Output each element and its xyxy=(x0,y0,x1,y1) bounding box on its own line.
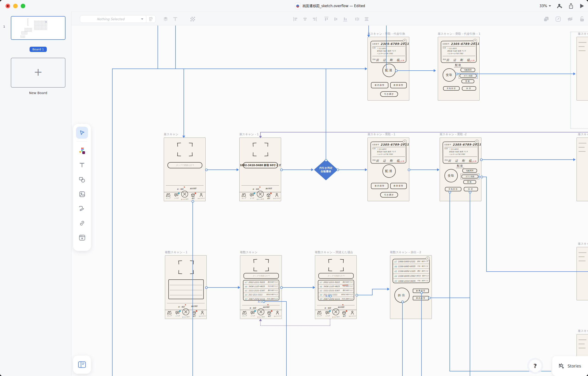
link-highlight-box xyxy=(459,73,478,79)
duplicate-button[interactable] xyxy=(542,15,551,23)
lock-button[interactable] xyxy=(578,15,587,23)
help-button[interactable]: ? xyxy=(529,360,541,372)
board-thumbnail[interactable] xyxy=(11,16,65,40)
selection-dropdown[interactable]: Nothing Selected xyxy=(80,15,156,23)
select-tool[interactable] xyxy=(76,127,88,139)
shapes-tool[interactable] xyxy=(76,174,88,186)
zoom-window-button[interactable] xyxy=(21,4,25,8)
connection-handle[interactable] xyxy=(455,73,458,75)
connection-handle[interactable] xyxy=(449,191,451,193)
screen-frame-receive-cod[interactable]: ✕ 伝票番号2305-6789-2011 住所〒111-0053東京都 中央区 … xyxy=(368,37,409,100)
link-highlight-box xyxy=(461,174,479,179)
minimize-window-button[interactable] xyxy=(13,4,18,8)
slip-no-label: 伝票番号 xyxy=(443,43,450,45)
connection-handle[interactable] xyxy=(325,159,327,162)
tab-map: マップ xyxy=(165,311,173,317)
connection-handle[interactable] xyxy=(280,286,283,289)
link-tool[interactable] xyxy=(76,217,88,229)
close-window-button[interactable] xyxy=(6,4,10,8)
connection-handle[interactable] xyxy=(401,300,404,303)
connection-handle[interactable] xyxy=(480,158,483,161)
connector-tool[interactable] xyxy=(76,203,88,215)
connection-handle[interactable] xyxy=(329,295,332,297)
invite-button[interactable] xyxy=(556,3,563,9)
fit-screen-button[interactable] xyxy=(554,15,563,23)
import-designs-tool[interactable]: Xd xyxy=(76,145,88,157)
checker-icon xyxy=(190,17,195,21)
align-center-h-button[interactable] xyxy=(301,15,309,23)
screen-frame-single-scan-1[interactable]: 1002-3410-9480 新宿 60サイズ 単・撮影 連続撮影 マップ トー… xyxy=(239,138,281,201)
connector-line xyxy=(386,25,387,69)
distribute-h-button[interactable] xyxy=(353,15,361,23)
list-row: 463456-1123-4623中央 60サイズ xyxy=(318,285,354,289)
connection-handle[interactable] xyxy=(262,300,265,303)
board-name-badge[interactable]: Board 1 xyxy=(30,47,47,52)
screen-frame-partial[interactable] xyxy=(577,247,588,300)
connection-handle[interactable] xyxy=(356,294,358,297)
align-right-icon xyxy=(312,16,317,22)
connection-handle[interactable] xyxy=(336,169,339,171)
connection-handle[interactable] xyxy=(469,191,471,193)
see-link[interactable]: 見る xyxy=(258,300,262,303)
unlink-button[interactable] xyxy=(146,17,156,22)
connection-handle[interactable] xyxy=(191,200,194,203)
connection-handle[interactable] xyxy=(481,176,483,178)
play-button[interactable] xyxy=(579,3,584,9)
widget-tool[interactable] xyxy=(76,232,88,243)
cod-tag: 代金引換 xyxy=(397,59,405,62)
align-middle-v-button[interactable] xyxy=(332,15,340,23)
distribute-v-button[interactable] xyxy=(362,15,371,23)
fill-pattern-button[interactable] xyxy=(188,15,197,23)
stories-button[interactable]: Stories xyxy=(552,356,588,376)
connection-handle[interactable] xyxy=(205,169,208,171)
frame-label: 単スキャン - 受取 -2 xyxy=(440,133,467,136)
tool-palette: Xd xyxy=(73,124,91,251)
share-button[interactable] xyxy=(568,3,574,9)
align-bottom-button[interactable] xyxy=(341,15,349,23)
image-icon xyxy=(79,191,85,197)
refuse-button: 受取拒否 xyxy=(443,86,460,91)
screen-frame-multi-scan-mistake[interactable]: タップで直接入力 ✎ 472022-2211-0222新宿 60サイズ 4634… xyxy=(315,255,357,319)
slip-row: 伝票番号2305-6789-2011 xyxy=(372,41,405,46)
screen-frame-receive-2[interactable]: ✕ 伝票番号2305-6789-2011 住所〒111-0053東京都 中央区 … xyxy=(440,138,482,201)
mode-cont-label: 連続撮影 xyxy=(265,187,272,190)
screen-frame-multi-carryout-2[interactable]: ✕ 471000-5003-2121新宿60サイズ 461100-0065-00… xyxy=(390,255,432,319)
layers-button[interactable] xyxy=(161,15,170,23)
align-right-button[interactable] xyxy=(310,15,319,23)
text-tool[interactable] xyxy=(76,159,88,171)
align-top-button[interactable] xyxy=(322,15,331,23)
connector-line xyxy=(396,70,435,71)
frame-label: 単スキャ xyxy=(578,133,588,136)
screen-frame-partial[interactable] xyxy=(577,138,588,201)
screen-frame-receive-1[interactable]: ✕ 伝票番号2305-6789-2011 住所〒111-0053東京都 中央区 … xyxy=(368,138,409,201)
screen-frame-partial[interactable] xyxy=(577,37,588,100)
text-style-button[interactable] xyxy=(171,15,180,23)
handover-button: 引き継ぎ xyxy=(380,192,398,198)
connection-handle[interactable] xyxy=(205,286,208,289)
connection-handle[interactable] xyxy=(408,169,410,171)
zoom-control[interactable]: 33% xyxy=(540,4,551,8)
hide-button[interactable] xyxy=(566,15,575,23)
car-storage-button: 車内保管 xyxy=(413,296,429,300)
slip-address: 〒111-0053東京都 中央区 銀座 7-1-5ベルサール中央 3302 xyxy=(449,147,468,157)
connection-handle[interactable] xyxy=(280,169,283,171)
new-board-button[interactable]: + xyxy=(11,58,65,88)
arrowhead xyxy=(437,168,439,171)
connection-handle[interactable] xyxy=(428,297,431,299)
deliver-circle: 配達 xyxy=(382,64,396,77)
align-left-button[interactable] xyxy=(292,15,300,23)
connection-handle[interactable] xyxy=(395,69,398,72)
tab-map: マップ xyxy=(240,193,248,199)
drop-option: 置配 xyxy=(463,180,476,184)
receive-circle: 受取 xyxy=(442,68,456,82)
image-tool[interactable] xyxy=(76,188,88,200)
boards-panel-toggle[interactable] xyxy=(73,355,91,374)
screen-frame-multi-scan[interactable]: タップで直接入力 ✎ 472022-2211-0222新宿 60サイズ 4634… xyxy=(240,255,282,319)
screen-frame-multi-scan-1[interactable]: 単・撮影 連続撮影 マップ トーク キャンセル 履歴 マイページ xyxy=(165,255,207,319)
slip-addr-label: 住所 xyxy=(372,47,376,56)
screen-frame-single-scan[interactable]: タップで直接入力 ✎ 単・撮影 連続撮影 マップ トーク キャンセル 履歴 マイ… xyxy=(164,138,206,201)
close-icon: ✕ xyxy=(403,39,407,43)
decision-diamond[interactable]: 代引き判定自動遷移 xyxy=(314,159,338,180)
connection-handle[interactable] xyxy=(420,291,423,294)
screen-frame-receive-cod-1[interactable]: ✕ 伝票番号2305-6789-2011 住所〒111-0053東京都 中央区 … xyxy=(438,37,480,100)
